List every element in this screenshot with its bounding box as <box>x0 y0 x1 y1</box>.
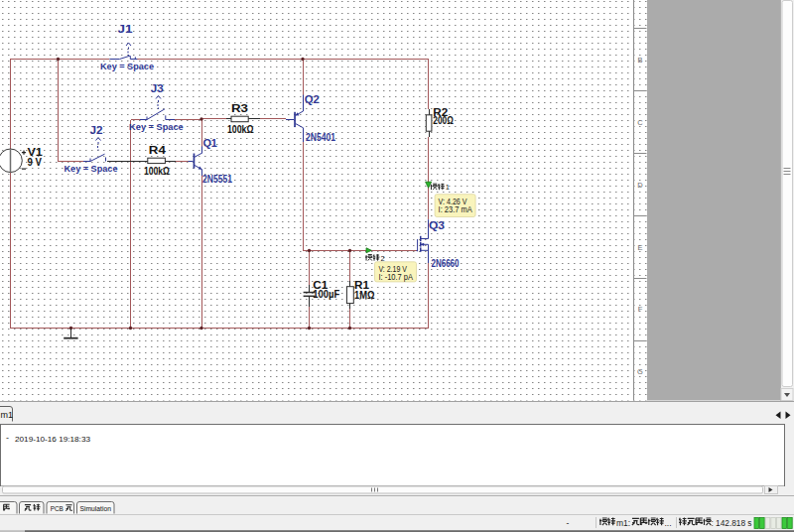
svg-text:-: - <box>567 518 570 528</box>
svg-text:2N5401: 2N5401 <box>306 131 335 143</box>
svg-text:2019-10-16 19:18:33: 2019-10-16 19:18:33 <box>15 435 91 444</box>
svg-text:2: 2 <box>380 254 384 263</box>
svg-text:F: F <box>638 305 643 314</box>
svg-text:R3: R3 <box>231 102 248 114</box>
svg-text:Simulation: Simulation <box>80 504 112 513</box>
svg-text:B: B <box>637 56 642 65</box>
svg-text:1: 1 <box>446 183 450 192</box>
svg-text:: 142.818 s: : 142.818 s <box>712 518 752 528</box>
svg-text:D: D <box>637 181 643 190</box>
svg-text:J1: J1 <box>118 23 133 35</box>
svg-text:m1: m1 <box>1 410 14 420</box>
svg-text:m1:: m1: <box>616 518 630 528</box>
svg-text:9 V: 9 V <box>27 156 42 168</box>
svg-text:...: ... <box>665 518 672 528</box>
svg-text:G: G <box>637 367 643 376</box>
svg-text:Key = Space: Key = Space <box>100 62 154 71</box>
svg-text:Q2: Q2 <box>305 93 320 105</box>
svg-text:I: 23.7 mA: I: 23.7 mA <box>439 204 472 214</box>
svg-text:200Ω: 200Ω <box>433 114 454 126</box>
svg-text:R4: R4 <box>149 144 167 156</box>
svg-text:Key = Space: Key = Space <box>65 164 118 174</box>
svg-text:E: E <box>637 243 642 252</box>
svg-text:Q3: Q3 <box>429 219 445 231</box>
svg-text:J2: J2 <box>90 124 103 136</box>
svg-text:Key = Space: Key = Space <box>129 122 184 132</box>
svg-text:100µF: 100µF <box>313 288 339 300</box>
svg-text:2N6660: 2N6660 <box>432 257 460 269</box>
svg-text:I: -10.7 pA: I: -10.7 pA <box>378 272 413 282</box>
svg-text:100kΩ: 100kΩ <box>227 123 254 135</box>
svg-text:Q1: Q1 <box>202 137 217 149</box>
svg-text:J3: J3 <box>151 82 164 94</box>
svg-text:PCB: PCB <box>51 504 64 513</box>
svg-text:100kΩ: 100kΩ <box>144 165 170 177</box>
svg-text:2N5551: 2N5551 <box>202 173 232 185</box>
svg-text:1MΩ: 1MΩ <box>354 289 375 301</box>
svg-text:C: C <box>637 118 643 127</box>
svg-text:-: - <box>6 433 9 443</box>
